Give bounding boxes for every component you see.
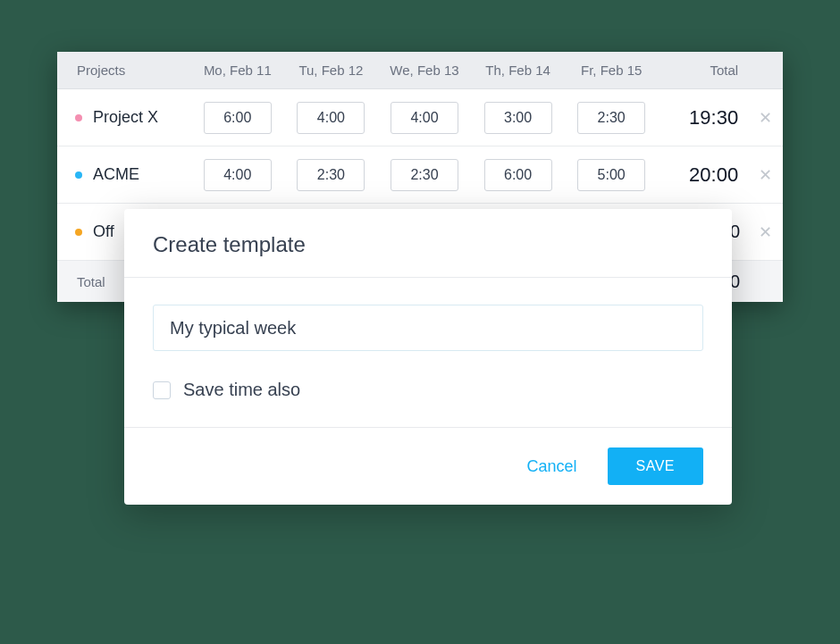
header-day-3: Th, Feb 14 bbox=[471, 63, 565, 78]
close-icon: ✕ bbox=[759, 165, 772, 185]
close-icon: ✕ bbox=[759, 108, 772, 128]
save-button[interactable]: SAVE bbox=[608, 447, 704, 485]
project-name: ACME bbox=[93, 165, 139, 184]
time-input[interactable] bbox=[484, 159, 552, 191]
time-input[interactable] bbox=[204, 159, 272, 191]
header-day-1: Tu, Feb 12 bbox=[284, 63, 378, 78]
time-input[interactable] bbox=[204, 102, 272, 134]
template-name-input[interactable] bbox=[153, 305, 703, 351]
header-day-4: Fr, Feb 15 bbox=[565, 63, 659, 78]
project-color-dot bbox=[75, 171, 82, 179]
table-row: ACME 20:00 ✕ bbox=[57, 146, 783, 204]
save-time-label: Save time also bbox=[183, 380, 300, 400]
timesheet-header-row: Projects Mo, Feb 11 Tu, Feb 12 We, Feb 1… bbox=[57, 52, 783, 89]
cancel-button[interactable]: Cancel bbox=[526, 457, 576, 476]
row-total: 19:30 bbox=[658, 106, 747, 130]
table-row: Project X 19:30 ✕ bbox=[57, 89, 783, 146]
project-name: Project X bbox=[93, 108, 158, 127]
time-input[interactable] bbox=[484, 102, 552, 134]
create-template-modal: Create template Save time also Cancel SA… bbox=[124, 209, 732, 505]
delete-row-button[interactable]: ✕ bbox=[747, 165, 783, 185]
delete-row-button[interactable]: ✕ bbox=[747, 108, 783, 128]
row-total: 20:00 bbox=[658, 163, 747, 187]
header-projects: Projects bbox=[57, 63, 191, 78]
modal-title: Create template bbox=[124, 209, 732, 278]
header-total: Total bbox=[658, 63, 747, 78]
time-input[interactable] bbox=[577, 159, 645, 191]
project-color-dot bbox=[75, 114, 82, 121]
project-color-dot bbox=[75, 229, 82, 236]
close-icon: ✕ bbox=[759, 222, 772, 242]
delete-row-button[interactable]: ✕ bbox=[747, 222, 783, 242]
time-input[interactable] bbox=[297, 159, 365, 191]
save-time-checkbox[interactable] bbox=[153, 381, 171, 399]
header-day-2: We, Feb 13 bbox=[378, 63, 472, 78]
time-input[interactable] bbox=[297, 102, 365, 134]
project-name: Off bbox=[93, 222, 114, 241]
time-input[interactable] bbox=[391, 102, 458, 134]
time-input[interactable] bbox=[577, 102, 645, 134]
header-day-0: Mo, Feb 11 bbox=[191, 63, 285, 78]
time-input[interactable] bbox=[391, 159, 458, 191]
